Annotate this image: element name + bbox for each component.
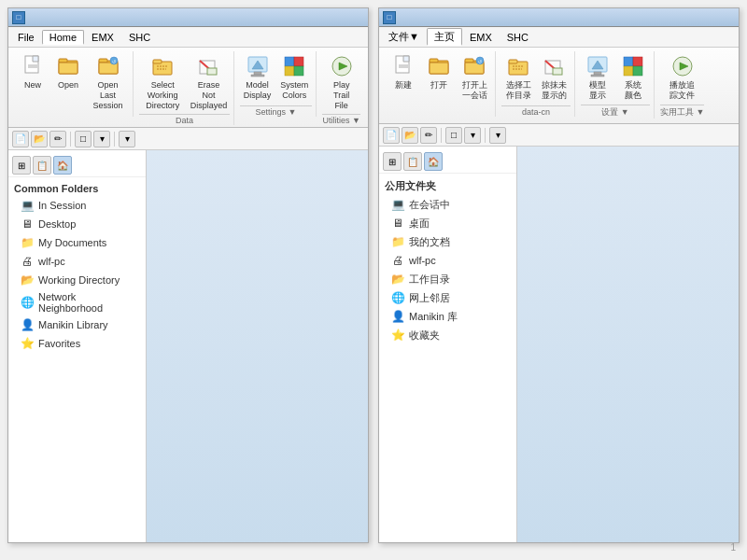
right-sidebar-item-desktop[interactable]: 🖥 桌面 xyxy=(379,214,516,232)
sidebar-item-wlf-pc[interactable]: 🖨 wlf-pc xyxy=(8,252,146,271)
open-last-cn-button[interactable]: ↺ 打开上 一会话 xyxy=(458,51,491,103)
svg-rect-13 xyxy=(153,60,162,63)
right-sidebar-btn-2[interactable]: 📋 xyxy=(403,152,422,171)
new-cn-icon xyxy=(390,53,416,79)
open-cn-button[interactable]: 打开 xyxy=(422,51,456,92)
system-colors-button[interactable]: System Colors xyxy=(276,51,312,103)
right-toolbar-btn-5[interactable]: ▾ xyxy=(464,127,481,144)
model-cn-button[interactable]: 模型 显示 xyxy=(581,51,614,103)
svg-rect-21 xyxy=(254,72,261,75)
working-dir-label: Working Directory xyxy=(38,274,120,286)
sidebar-item-manikin[interactable]: 👤 Manikin Library xyxy=(8,315,146,334)
toolbar-btn-3[interactable]: ✏ xyxy=(49,131,66,147)
right-toolbar-btn-1[interactable]: 📄 xyxy=(383,127,400,144)
left-ribbon-buttons-utilities: Play Trail File xyxy=(322,51,360,112)
favorites-label: Favorites xyxy=(38,338,80,349)
toolbar-divider-1 xyxy=(70,132,71,147)
select-working-icon xyxy=(149,53,176,79)
right-toolbar-btn-6[interactable]: ▾ xyxy=(489,127,506,144)
right-ribbon: 新建 打开 xyxy=(379,48,739,124)
system-colors-label: System Colors xyxy=(280,80,308,101)
left-toolbar-strip: 📄 📂 ✏ □ ▾ ▾ xyxy=(8,128,368,150)
sidebar-item-in-session[interactable]: 💻 In Session xyxy=(8,196,146,215)
sidebar-item-working-dir[interactable]: 📂 Working Directory xyxy=(8,271,146,289)
erase-not-label: Erase Not Displayed xyxy=(190,80,228,110)
sidebar-item-network[interactable]: 🌐 Network Neighborhood xyxy=(8,289,146,315)
toolbar-btn-4[interactable]: □ xyxy=(75,131,92,147)
right-in-session-icon: 💻 xyxy=(390,197,405,212)
toolbar-btn-2[interactable]: 📂 xyxy=(31,131,48,147)
right-menu-shc[interactable]: SHC xyxy=(500,30,536,45)
my-documents-icon: 📁 xyxy=(20,235,35,250)
left-menu-shc[interactable]: SHC xyxy=(121,30,158,45)
svg-rect-55 xyxy=(633,66,642,76)
erase-cn-button[interactable]: 掠抹未 显示的 xyxy=(537,51,571,103)
new-button[interactable]: New xyxy=(16,51,49,92)
sidebar-btn-1[interactable]: ⊞ xyxy=(12,156,31,175)
toolbar-btn-1[interactable]: 📄 xyxy=(12,131,29,147)
toolbar-btn-6[interactable]: ▾ xyxy=(119,131,135,147)
right-sidebar-item-manikin[interactable]: 👤 Manikin 库 xyxy=(379,307,516,326)
model-display-label: Model Display xyxy=(244,80,272,101)
svg-rect-37 xyxy=(465,59,473,63)
right-favorites-icon: ⭐ xyxy=(390,328,405,343)
right-toolbar-btn-4[interactable]: □ xyxy=(445,127,462,144)
right-toolbar-btn-2[interactable]: 📂 xyxy=(402,127,418,144)
right-sidebar-btn-3[interactable]: 🏠 xyxy=(424,152,443,171)
model-display-button[interactable]: Model Display xyxy=(240,51,275,103)
right-sidebar-item-my-docs[interactable]: 📁 我的文档 xyxy=(379,232,516,251)
right-sidebar-item-network[interactable]: 🌐 网上邻居 xyxy=(379,288,516,307)
open-label: Open xyxy=(58,80,78,91)
svg-text:↺: ↺ xyxy=(478,59,482,64)
toolbar-btn-5[interactable]: ▾ xyxy=(93,131,110,147)
svg-rect-50 xyxy=(594,72,601,75)
in-session-label: In Session xyxy=(38,200,86,211)
sidebar-item-favorites[interactable]: ⭐ Favorites xyxy=(8,334,146,353)
right-menu-file[interactable]: 文件▼ xyxy=(381,28,427,46)
new-cn-button[interactable]: 新建 xyxy=(387,51,420,92)
right-wlf-pc-icon: 🖨 xyxy=(390,253,405,268)
sidebar-btn-2[interactable]: 📋 xyxy=(33,156,51,175)
right-menu-emx[interactable]: EMX xyxy=(462,30,500,45)
open-last-cn-label: 打开上 一会话 xyxy=(462,80,487,101)
select-cn-button[interactable]: 选择工 作目录 xyxy=(501,51,535,103)
right-toolbar-btn-3[interactable]: ✏ xyxy=(420,127,437,144)
sidebar-item-my-documents[interactable]: 📁 My Documents xyxy=(8,233,146,252)
right-sidebar-item-favorites[interactable]: ⭐ 收藏夹 xyxy=(379,326,516,344)
right-sidebar-item-in-session[interactable]: 💻 在会话中 xyxy=(379,195,516,214)
right-sidebar-item-working[interactable]: 📂 工作目录 xyxy=(379,270,516,288)
left-menu-file[interactable]: File xyxy=(10,30,42,45)
left-sidebar-title: Common Folders xyxy=(8,181,146,196)
right-settings-label: 设置 ▼ xyxy=(581,105,650,119)
right-ribbon-buttons-settings: 模型 显示 系统 颜色 xyxy=(581,51,650,103)
erase-not-icon xyxy=(195,53,221,79)
left-sidebar-toolbar: ⊞ 📋 🏠 xyxy=(8,154,146,177)
svg-marker-1 xyxy=(33,56,38,62)
toolbar-divider-2 xyxy=(114,132,115,147)
right-sidebar-btn-1[interactable]: ⊞ xyxy=(383,152,402,171)
left-content-area: ⊞ 📋 🏠 Common Folders 💻 In Session 🖥 Desk… xyxy=(8,150,368,542)
sidebar-item-desktop[interactable]: 🖥 Desktop xyxy=(8,215,146,233)
right-sidebar-item-wlf-pc[interactable]: 🖨 wlf-pc xyxy=(379,251,516,270)
sidebar-btn-3[interactable]: 🏠 xyxy=(53,156,72,175)
left-menu-emx[interactable]: EMX xyxy=(84,30,121,45)
right-menu-home[interactable]: 主页 xyxy=(427,28,462,46)
svg-rect-24 xyxy=(294,57,303,66)
svg-rect-23 xyxy=(285,57,294,66)
left-ribbon-buttons-data: Select Working Directory Erase Not Displ… xyxy=(139,51,230,112)
right-wlf-pc-label: wlf-pc xyxy=(409,255,436,266)
right-ribbon-group-settings: 模型 显示 系统 颜色 设置 xyxy=(577,51,655,119)
left-data-label: Data xyxy=(139,114,230,125)
left-menu-home[interactable]: Home xyxy=(42,30,84,45)
erase-not-button[interactable]: Erase Not Displayed xyxy=(188,51,230,112)
open-button[interactable]: Open xyxy=(51,51,85,92)
page-number: 1 xyxy=(730,542,736,553)
erase-cn-icon xyxy=(541,53,567,79)
left-ribbon: New Open xyxy=(8,48,368,128)
select-working-button[interactable]: Select Working Directory xyxy=(139,51,186,112)
system-cn-button[interactable]: 系统 颜色 xyxy=(616,51,650,103)
open-last-button[interactable]: ↺ Open Last Session xyxy=(87,51,129,112)
play-trail-button[interactable]: Play Trail File xyxy=(322,51,360,112)
right-title-bar: □ xyxy=(379,8,739,27)
play-cn-button[interactable]: 播放追 踪文件 xyxy=(666,51,699,103)
